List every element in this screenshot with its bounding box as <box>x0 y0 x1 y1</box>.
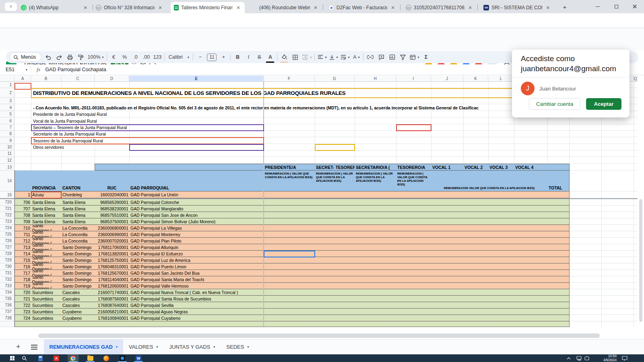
table-cell[interactable]: GAD Parroquial Simon Bolivar (Julio More… <box>129 218 264 225</box>
table-cell[interactable] <box>488 302 514 309</box>
table-cell[interactable] <box>264 218 315 225</box>
acrobat-icon[interactable]: A <box>51 354 62 362</box>
name-box[interactable]: E51▾ <box>0 67 31 72</box>
table-cell[interactable]: Santo Domingo ( <box>31 251 62 257</box>
row-header[interactable]: 13 <box>0 164 14 171</box>
table-cell[interactable]: Santo Domingo <box>61 276 95 283</box>
table-cell[interactable] <box>315 212 355 218</box>
table-cell[interactable] <box>355 309 396 315</box>
add-sheet-icon[interactable]: + <box>16 343 21 351</box>
insert-chart-icon[interactable] <box>388 53 396 62</box>
table-cell[interactable] <box>315 231 355 238</box>
table-cell[interactable] <box>547 225 570 231</box>
column-header[interactable]: I <box>396 76 431 82</box>
table-cell[interactable]: 716 <box>14 263 31 270</box>
table-cell[interactable] <box>463 263 489 270</box>
table-cell[interactable] <box>264 231 315 238</box>
column-header[interactable]: E <box>129 76 264 82</box>
table-cell[interactable] <box>315 244 355 251</box>
text-wrap-icon[interactable]: ▾ <box>341 53 349 62</box>
row-header[interactable]: 722 <box>0 212 14 218</box>
table-cell[interactable] <box>488 212 514 218</box>
table-cell[interactable] <box>315 251 355 257</box>
table-cell[interactable] <box>355 238 396 244</box>
table-cell[interactable] <box>547 199 570 206</box>
table-cell[interactable]: Santa Elena <box>61 212 95 218</box>
table-cell[interactable] <box>488 191 514 198</box>
table-cell[interactable] <box>431 199 464 206</box>
table-cell[interactable]: 710 <box>14 225 31 231</box>
table-cell[interactable]: Santa Elena <box>31 199 62 206</box>
table-cell[interactable] <box>514 218 548 225</box>
table-cell[interactable] <box>264 315 315 321</box>
table-cell[interactable] <box>514 244 548 251</box>
table-cell[interactable] <box>396 225 431 231</box>
table-cell[interactable]: 706 <box>14 199 31 206</box>
toolbar-search-menus[interactable]: Menús <box>10 52 41 62</box>
horizontal-align-icon[interactable]: ▾ <box>318 53 326 62</box>
table-cell[interactable] <box>547 289 570 296</box>
row-header[interactable]: 732 <box>0 276 14 283</box>
table-cell[interactable] <box>547 218 570 225</box>
table-cell[interactable] <box>315 206 355 212</box>
row-header[interactable]: 730 <box>0 263 14 270</box>
table-cell[interactable] <box>431 309 464 315</box>
row-header[interactable]: 735 <box>0 296 14 302</box>
table-cell[interactable] <box>264 212 315 218</box>
table-cell[interactable] <box>355 225 396 231</box>
table-cell[interactable]: Santo Domingo ( <box>31 244 62 251</box>
table-cell[interactable]: 712 <box>14 238 31 244</box>
table-cell[interactable] <box>431 212 464 218</box>
taskbar-clock[interactable]: 10:504/6/2024 <box>592 354 617 362</box>
table-cell[interactable]: 713 <box>14 244 31 251</box>
table-cell[interactable] <box>488 283 514 289</box>
table-cell[interactable] <box>396 244 431 251</box>
table-cell[interactable] <box>431 263 464 270</box>
table-cell[interactable]: PROVINCIA <box>31 171 62 191</box>
column-header[interactable]: H <box>355 76 396 82</box>
cell-text[interactable]: Tesorero de la Junta Parroquial Rural <box>31 138 103 144</box>
table-cell[interactable] <box>514 315 548 321</box>
row-header[interactable]: 10 <box>0 144 14 150</box>
table-cell[interactable] <box>514 199 548 206</box>
table-cell[interactable] <box>396 276 431 283</box>
format-currency-button[interactable]: € <box>110 53 118 62</box>
table-cell[interactable] <box>396 283 431 289</box>
browser-tab[interactable]: D2Fac Web - Facturacion Electr✕ <box>325 2 399 13</box>
table-cell[interactable]: 2160071740001 <box>95 289 130 296</box>
table-cell[interactable]: Santo Domingo ( <box>31 270 62 276</box>
row-header[interactable]: 729 <box>0 257 14 263</box>
formula-input[interactable]: GAD Parroquial Cochapata <box>45 67 106 72</box>
table-cell[interactable]: Santo Domingo <box>61 244 95 251</box>
redo-icon[interactable] <box>55 53 63 62</box>
table-cell[interactable] <box>514 270 548 276</box>
table-cell[interactable] <box>355 270 396 276</box>
merge-cells-icon[interactable]: ▾ <box>302 53 312 62</box>
table-cell[interactable]: GAD Parroquial Manglaralto <box>129 206 264 212</box>
table-cell[interactable] <box>488 238 514 244</box>
cell-text[interactable]: - Con Acuerdo No. MRL-2011-00183, public… <box>31 105 479 111</box>
row-header[interactable]: 6 <box>0 117 14 124</box>
row-header[interactable]: 15 <box>0 191 14 198</box>
table-cell[interactable] <box>315 270 355 276</box>
table-cell[interactable] <box>547 206 570 212</box>
table-cell[interactable] <box>514 251 548 257</box>
table-cell[interactable] <box>514 212 548 218</box>
tray-expand-icon[interactable] <box>567 354 571 362</box>
table-cell[interactable] <box>355 251 396 257</box>
font-size-decrease[interactable]: − <box>196 53 204 62</box>
table-cell[interactable] <box>488 251 514 257</box>
table-cell[interactable] <box>463 257 489 263</box>
table-cell[interactable] <box>431 231 464 238</box>
accept-button[interactable]: Aceptar <box>586 98 621 110</box>
decrease-decimals-button[interactable]: .0 <box>132 53 140 62</box>
table-cell[interactable] <box>463 225 489 231</box>
table-cell[interactable]: VOCAL 3 <box>488 164 514 171</box>
cell-text[interactable]: DISTRIBUTIVO DE REMUNERACIONES A NIVEL N… <box>31 88 346 97</box>
table-cell[interactable]: REMUNERACION ( VALOR QUE CONSTA EN LA AF… <box>355 171 396 191</box>
table-cell[interactable]: GAD Parroquial Valle Hermoso <box>129 283 264 289</box>
table-cell[interactable]: 1768087560001 <box>95 296 130 302</box>
cell-text[interactable]: Otros servidores <box>31 144 64 150</box>
table-cell[interactable] <box>463 283 489 289</box>
table-cell[interactable]: GAD Parroquial Santa Maria del Toachi <box>129 276 264 283</box>
